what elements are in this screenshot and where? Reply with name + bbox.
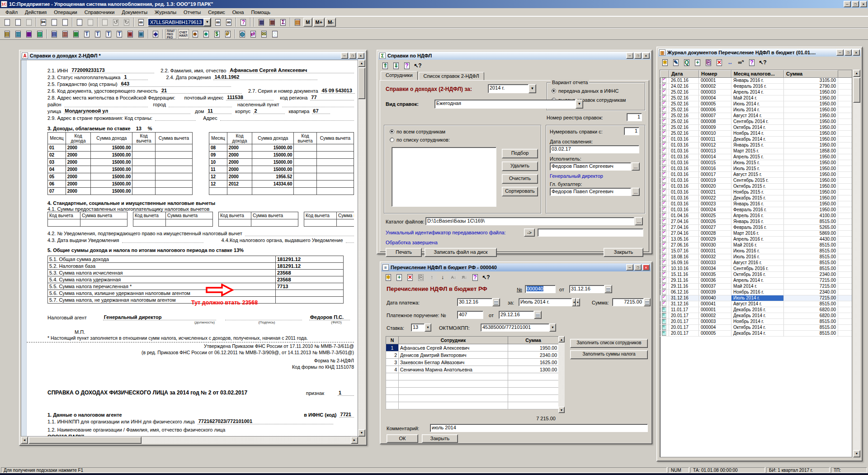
menu-Операции[interactable]: Операции [50,9,80,16]
period-prev-icon[interactable]: ◄ [572,298,576,306]
find-icon[interactable]: ∞ [136,18,146,27]
emp-vscrollbar[interactable]: ▲ ▼ [558,336,565,413]
journal-row[interactable]: 18.08.16000032Июль 2016 г.8515.00 [660,254,852,260]
field-birthdate[interactable]: 14.01.1962 [213,74,317,80]
transfer-minimize-button[interactable]: — [626,264,633,271]
table-view-icon[interactable] [100,18,110,27]
journal-row[interactable]: 25.02.16000006Июль 2014 г.1950.00 [660,107,852,113]
field-citizenship[interactable]: 643 [120,81,231,87]
redo-icon[interactable]: ↻ [122,18,132,27]
journal-interval-icon[interactable]: ↔ [725,58,735,67]
fill-sums-button[interactable]: Заполнить суммы налога [570,350,648,359]
formula-calc-icon[interactable]: Σ [278,18,288,27]
scroll-left-icon[interactable]: ◄ [21,437,28,444]
journal-row[interactable]: 25.02.16000004Май 2014 г.1950.00 [660,95,852,101]
field-inn[interactable]: 772009233173 [71,67,154,73]
references-icon[interactable]: ▤ [2,29,12,38]
toolbar-text-buttons[interactable]: СЧЕТНАКЛ [178,29,189,39]
deduction-table[interactable]: Код вычетаСумма вычета [304,212,354,227]
journal-postings-icon[interactable]: ▥ [60,29,70,38]
journal-row[interactable]: 25.02.16000010Ноябрь 2014 г.1950.00 [660,131,852,137]
journal-row[interactable]: 25.02.16000005Июнь 2014 г.1950.00 [660,101,852,107]
field-district[interactable] [64,102,148,107]
status-tp[interactable]: ТП: [831,467,867,473]
employees-table[interactable]: NСотрудникСумма1Афанасьев Сергей Алексее… [386,336,559,409]
totals-row[interactable]: 5.1. Общая сумма дохода181291.12 [48,256,344,263]
copy-icon[interactable] [49,18,59,27]
cut-icon[interactable]: ✂ [38,18,48,27]
banks-icon[interactable]: ▦ [24,29,34,38]
journal-row[interactable]: 15.07.16000031Июнь 2016 г.8515.00 [660,248,852,254]
employee-row[interactable]: 1Афанасьев Сергей Алексеевич1950.00 [386,344,559,352]
field-city[interactable] [169,102,232,107]
vid-select[interactable]: Ежегодная [434,100,576,109]
journal-row[interactable]: 01.03.16000014Апрель 2015 г.1950.00 [660,154,852,160]
new-document-icon[interactable] [2,18,12,27]
ok-button[interactable]: ОК [387,434,418,443]
executor-field[interactable]: Федоров Павел Сергеевич [550,162,631,171]
field-region[interactable]: 77 [310,95,354,100]
accountant-more-button[interactable]: ... [632,188,640,196]
status-bi[interactable]: БИ: 1 квартал 2017 г. [766,467,830,473]
journal-copy-icon[interactable]: + [693,58,703,67]
journal-header[interactable]: Дата Номер Месяц налогов... Сумма [660,70,852,78]
journal-row[interactable]: 27.04.16000026Январь 2016 г.8515.00 [660,219,852,225]
journal-row[interactable]: 20.01.17000003Ноябрь 2014 г.8515.00 [660,319,852,325]
field-agent-position[interactable]: Генеральный директор [103,314,216,320]
journal-row[interactable]: 01.03.16000023Январь 2016 г.1950.00 [660,201,852,207]
people-report-icon[interactable]: ☻ [190,29,200,38]
field-notice-org[interactable] [346,238,354,243]
2ndfl-close-button[interactable]: ✕ [357,52,364,59]
minimize-button[interactable]: — [844,1,851,7]
journal-row[interactable]: 15.11.16000035Октябрь 2016 г.2340.00 [660,272,852,278]
cash-icon[interactable]: ₽ [223,29,233,38]
field-flat[interactable]: 67 [312,108,330,114]
open-folder-icon[interactable] [13,18,23,27]
journal-row[interactable]: 01.03.16000012Январь 2015 г.1950.00 [660,142,852,148]
transfer-close-bottom-button[interactable]: Закрыть [422,434,458,443]
journal-row[interactable]: 29.11.16000037Май 2014 г.7215.00 [660,284,852,290]
income-row[interactable]: 05200015000.00 [48,173,193,180]
period-next-icon[interactable]: ► [576,298,580,306]
catalog-browse-button[interactable]: ... [635,217,643,225]
accountant-field[interactable]: Федоров Павел Сергеевич [550,188,631,196]
journal-row[interactable]: 29.11.16000036Апрель 2014 г.7215.00 [660,278,852,284]
employee-empty-row[interactable] [386,380,559,388]
excel-import-icon[interactable]: ⇑ [380,61,390,70]
help-icon[interactable]: ? [402,61,412,70]
undo-icon[interactable]: ↺ [111,18,121,27]
registry-number-field[interactable]: 1 [627,113,642,121]
mail-icon[interactable]: ✉ [259,29,269,38]
journal-edit-icon[interactable]: ✎ [671,58,681,67]
tab-employees[interactable]: Сотрудники [381,71,418,80]
deduction-table[interactable]: Код вычетаСумма вычета [47,212,127,227]
journal-row[interactable]: 01.03.16000011Декабрь 2014 г.1950.00 [660,137,852,142]
journal-row[interactable]: 25.02.16000008Сентябрь 2014 г.1950.00 [660,119,852,125]
field-settlement[interactable] [282,102,354,107]
doc-number-field[interactable]: 000040 [525,285,556,293]
menu-Сервис[interactable]: Сервис [204,9,229,16]
income-row[interactable]: 10200015000.00 [209,159,354,166]
move-up-icon[interactable]: ↑ [427,273,437,282]
journal-row[interactable]: 24.02.16000002Февраль 2016 г.2790.00 [660,84,852,90]
scroll-down-icon[interactable]: ▼ [358,429,365,437]
transfer-maximize-button[interactable]: ❐ [634,264,642,271]
doc-date-calendar-icon[interactable] [604,285,612,293]
journal-row[interactable]: 25.02.16000003Апрель 2014 г.1950.00 [660,90,852,95]
totals-row[interactable]: 5.2. Налоговая база181291.12 [48,263,344,270]
add-row-icon[interactable]: + [394,273,404,282]
journal-row[interactable]: 01.03.16000015Июнь 2015 г.1950.00 [660,160,852,166]
transfer-context-help-icon[interactable]: ↖? [481,273,491,282]
year-select[interactable]: 2014 г. [488,84,528,93]
journal-operations-icon[interactable]: ▤ [49,29,59,38]
sort-za-icon[interactable]: Я↓ [459,273,469,282]
journal-find-number-icon[interactable]: ∞N [736,58,746,67]
income-row[interactable]: 02200015000.00 [48,152,193,159]
oktmo-dropdown-icon[interactable]: ▼ [549,323,556,332]
money-transfer-icon[interactable]: $ [212,29,222,38]
memory-recall-button[interactable]: М [303,18,312,27]
transfer-titlebar[interactable]: ≡ Перечисление НДФЛ в бюджет РФ - 000040… [382,263,651,271]
journal-row[interactable]: 31.12.16000041Август 2014 г.8515.00 [660,301,852,307]
update-icon[interactable]: ◌ [270,29,280,38]
rate-select[interactable]: 13 [411,323,425,332]
